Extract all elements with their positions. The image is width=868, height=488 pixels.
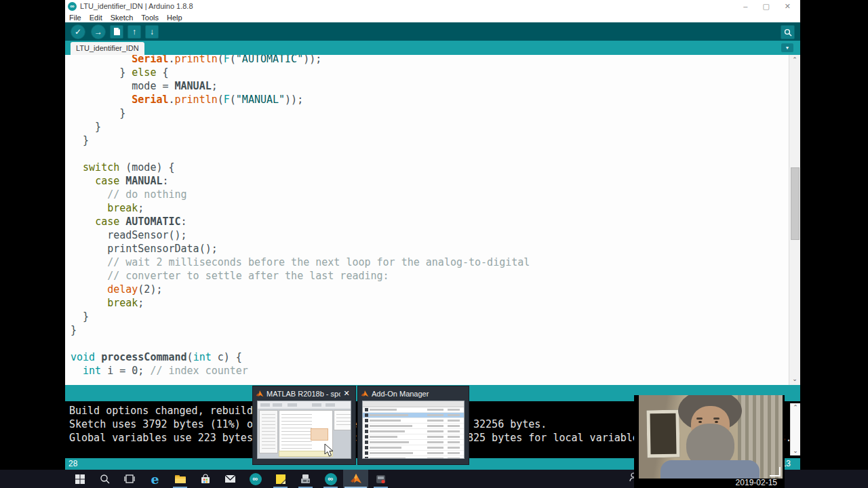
- matlab-icon: [361, 390, 369, 398]
- editor-scroll-thumb[interactable]: [791, 167, 800, 240]
- printer-3d-icon: [300, 474, 311, 485]
- upload-button[interactable]: →: [91, 24, 106, 39]
- code-line: delay(2);: [71, 283, 800, 296]
- menu-help[interactable]: Help: [163, 14, 186, 22]
- task-view-icon: [124, 474, 136, 484]
- code-area: Serial.println(F("AUTOMATIC")); } else {…: [65, 55, 800, 378]
- preview-matlab[interactable]: MATLAB R2018b - spons... ✕: [252, 386, 356, 465]
- matlab-left-panel: [259, 410, 278, 453]
- verify-button[interactable]: ✓: [71, 24, 85, 39]
- matlab-icon: [350, 473, 362, 485]
- task-view-button[interactable]: [117, 470, 142, 488]
- taskbar-arduino-ide[interactable]: ∞: [318, 470, 343, 488]
- code-line: }: [71, 106, 800, 120]
- person-eye: [715, 421, 718, 423]
- console-scrollbar[interactable]: ⌃ ⌄: [790, 403, 800, 455]
- code-line: // do nothing: [71, 188, 800, 201]
- preview-title: MATLAB R2018b - spons...: [267, 390, 340, 398]
- scroll-down-icon[interactable]: ⌄: [789, 375, 800, 382]
- overlay-corner-marker: [770, 467, 781, 476]
- code-line: }: [71, 310, 800, 323]
- taskbar-edge[interactable]: e: [142, 470, 167, 488]
- addon-manager-thumbnail[interactable]: [362, 401, 465, 459]
- tab-dropdown-button[interactable]: ▼: [781, 43, 793, 52]
- code-line: Serial.println(F("MANUAL"));: [71, 93, 800, 106]
- webcam-video: [639, 395, 783, 479]
- webcam-overlay: 2019-02-15: [634, 395, 785, 488]
- status-line-number: 28: [68, 459, 77, 468]
- taskbar-sticky-notes[interactable]: [268, 470, 293, 488]
- scroll-up-icon[interactable]: ⌃: [791, 404, 800, 411]
- menu-tools[interactable]: Tools: [137, 14, 163, 22]
- menu-sketch[interactable]: Sketch: [106, 14, 138, 22]
- addon-row: [363, 451, 464, 456]
- addon-row: [363, 429, 464, 434]
- addon-row: [363, 445, 464, 451]
- scroll-up-icon[interactable]: ⌃: [789, 56, 800, 63]
- code-line: }: [71, 134, 800, 147]
- minimize-button[interactable]: –: [743, 2, 747, 10]
- code-line: printSensorData();: [71, 242, 800, 256]
- toolbar: ✓ → ↑ ↓: [65, 22, 800, 41]
- person-eye: [698, 421, 702, 423]
- addon-list-header: [363, 401, 464, 407]
- taskbar-store[interactable]: [193, 470, 218, 488]
- menu-file[interactable]: File: [65, 14, 85, 22]
- preview-close-button[interactable]: ✕: [340, 389, 353, 398]
- matlab-window-thumbnail[interactable]: [257, 401, 351, 459]
- tab-bar: LTU_identifier_IDN ▼: [65, 41, 800, 55]
- code-editor[interactable]: Serial.println(F("AUTOMATIC")); } else {…: [65, 55, 800, 385]
- open-button[interactable]: ↑: [127, 25, 141, 39]
- person-brow: [713, 418, 719, 420]
- new-sketch-button[interactable]: [110, 25, 123, 39]
- code-line: switch (mode) {: [71, 161, 800, 174]
- code-line: mode = MANUAL;: [71, 79, 800, 93]
- addon-row: [363, 407, 464, 413]
- addon-row: [363, 413, 464, 418]
- file-explorer-icon: [174, 474, 186, 484]
- arduino-icon: ∞: [250, 473, 262, 485]
- taskbar-search-button[interactable]: [92, 470, 117, 488]
- code-line: } else {: [71, 66, 800, 79]
- addon-row: [363, 418, 464, 424]
- close-button[interactable]: ✕: [785, 2, 791, 11]
- taskbar-recorder[interactable]: [368, 470, 393, 488]
- taskbar-matlab[interactable]: [343, 470, 368, 488]
- menu-edit[interactable]: Edit: [85, 14, 106, 22]
- person-brow: [696, 418, 703, 420]
- windows-logo-icon: [75, 474, 85, 485]
- serial-monitor-button[interactable]: [781, 25, 795, 39]
- preview-header: MATLAB R2018b - spons... ✕: [253, 386, 355, 401]
- matlab-right-panel: [334, 410, 351, 430]
- mail-icon: [224, 474, 236, 483]
- tab-ltu-identifier-idn[interactable]: LTU_identifier_IDN: [71, 42, 144, 55]
- mouse-cursor: [324, 443, 335, 458]
- taskbar-file-explorer[interactable]: [167, 470, 193, 488]
- window-title: LTU_identifier_IDN | Arduino 1.8.8: [80, 2, 193, 10]
- store-icon: [200, 474, 211, 485]
- code-line: break;: [71, 201, 800, 215]
- preview-addon-manager[interactable]: Add-On Manager: [357, 386, 469, 465]
- code-line: case AUTOMATIC:: [71, 215, 800, 228]
- maximize-button[interactable]: ▢: [762, 2, 769, 11]
- scroll-down-icon[interactable]: ⌄: [791, 447, 800, 454]
- arduino-app-icon: ∞: [68, 2, 77, 11]
- addon-row: [363, 456, 464, 459]
- code-line: int i = 0; // index counter: [71, 364, 800, 378]
- start-button[interactable]: [67, 470, 92, 488]
- taskbar-3d-printer-app[interactable]: [293, 470, 318, 488]
- arduino-icon: ∞: [325, 473, 337, 485]
- preview-header: Add-On Manager: [358, 386, 469, 401]
- recording-date: 2019-02-15: [736, 478, 777, 487]
- code-line: }: [71, 323, 800, 337]
- code-line: [71, 147, 800, 161]
- picture-frame: [646, 410, 679, 458]
- taskbar-arduino[interactable]: ∞: [243, 470, 268, 488]
- menu-bar: File Edit Sketch Tools Help: [65, 12, 800, 22]
- code-line: break;: [71, 296, 800, 310]
- person-shirt: [660, 460, 760, 479]
- save-button[interactable]: ↓: [145, 25, 159, 39]
- addon-row: [363, 440, 464, 445]
- editor-scrollbar[interactable]: ⌃ ⌄: [789, 55, 800, 385]
- taskbar-mail[interactable]: [218, 470, 243, 488]
